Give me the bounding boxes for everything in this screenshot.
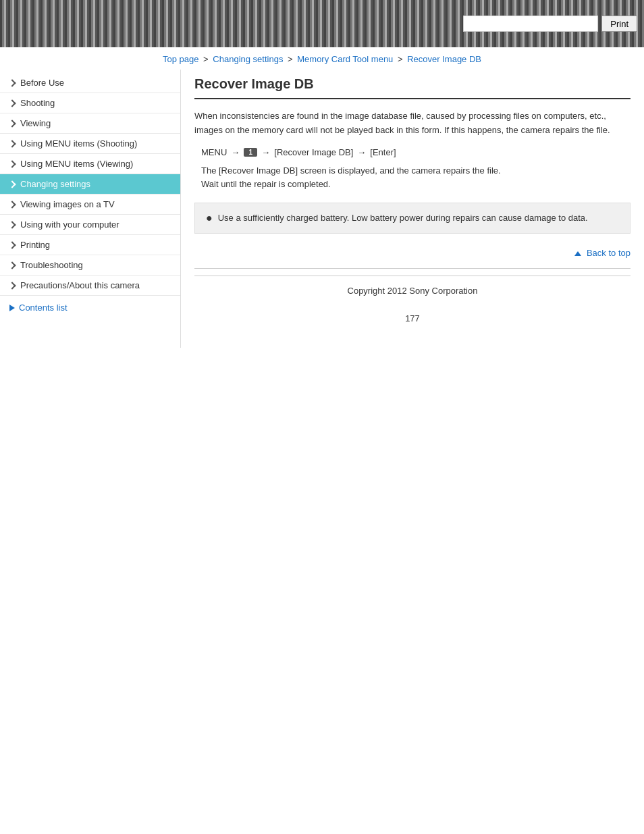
sidebar-item-label: Using with your computer <box>20 219 119 230</box>
page-number: 177 <box>194 303 630 334</box>
sidebar-item-label: Using MENU items (Viewing) <box>20 159 133 169</box>
arrow2: → <box>261 147 270 157</box>
step3-label: [Enter] <box>370 147 396 157</box>
breadcrumb: Top page > Changing settings > Memory Ca… <box>0 47 644 70</box>
breadcrumb-top-page[interactable]: Top page <box>163 54 199 64</box>
sidebar-item-troubleshooting[interactable]: Troubleshooting <box>0 255 180 276</box>
contents-list-link[interactable]: Contents list <box>0 296 180 319</box>
breadcrumb-sep2: > <box>288 54 293 64</box>
sidebar-item-viewing[interactable]: Viewing <box>0 113 180 134</box>
note-text: Use a sufficiently charged battery. Low … <box>218 211 588 225</box>
sidebar-item-label: Shooting <box>20 98 55 108</box>
sidebar-arrow-icon <box>8 140 16 147</box>
breadcrumb-sep3: > <box>398 54 403 64</box>
note-bullet: ● Use a sufficiently charged battery. Lo… <box>206 211 619 225</box>
main-content: Recover Image DB When inconsistencies ar… <box>181 70 644 348</box>
arrow3: → <box>357 147 366 157</box>
back-to-top-link[interactable]: Back to top <box>574 248 630 258</box>
main-description: When inconsistencies are found in the im… <box>194 109 630 138</box>
sidebar-item-label: Using MENU items (Shooting) <box>20 138 137 149</box>
arrow-right-icon <box>9 305 15 311</box>
menu-icon: 1 <box>244 148 257 157</box>
back-to-top-arrow-icon <box>574 251 581 256</box>
breadcrumb-recover-image-db[interactable]: Recover Image DB <box>407 54 481 64</box>
page-layout: Before Use Shooting Viewing Using MENU i… <box>0 70 644 348</box>
note-box: ● Use a sufficiently charged battery. Lo… <box>194 203 630 234</box>
breadcrumb-changing-settings[interactable]: Changing settings <box>213 54 283 64</box>
repair-line1: The [Recover Image DB] screen is display… <box>201 164 630 178</box>
copyright: Copyright 2012 Sony Corporation <box>194 276 630 303</box>
breadcrumb-memory-card-tool-menu[interactable]: Memory Card Tool menu <box>297 54 393 64</box>
sidebar-arrow-icon <box>8 160 16 167</box>
sidebar-item-label: Precautions/About this camera <box>20 280 140 290</box>
sidebar-item-label: Changing settings <box>20 179 90 189</box>
content-divider <box>194 268 630 269</box>
back-to-top-label: Back to top <box>587 248 630 258</box>
search-input[interactable] <box>463 16 598 32</box>
breadcrumb-sep1: > <box>203 54 209 64</box>
header: Print <box>0 0 644 47</box>
sidebar-arrow-icon <box>8 180 16 188</box>
sidebar-arrow-icon <box>8 221 16 228</box>
back-to-top: Back to top <box>194 244 630 261</box>
step2-label: [Recover Image DB] <box>274 147 353 157</box>
sidebar-item-viewing-images-tv[interactable]: Viewing images on a TV <box>0 194 180 215</box>
repair-description: The [Recover Image DB] screen is display… <box>194 164 630 192</box>
sidebar-item-label: Viewing <box>20 118 51 128</box>
sidebar-item-label: Troubleshooting <box>20 260 83 270</box>
sidebar-item-label: Before Use <box>20 78 64 88</box>
sidebar-arrow-icon <box>8 261 16 269</box>
print-button[interactable]: Print <box>601 16 637 32</box>
sidebar-item-label: Viewing images on a TV <box>20 199 115 209</box>
sidebar-item-before-use[interactable]: Before Use <box>0 73 180 93</box>
sidebar-arrow-icon <box>8 241 16 249</box>
menu-label: MENU <box>201 147 227 157</box>
repair-line2: Wait until the repair is completed. <box>201 178 630 192</box>
bullet-dot-icon: ● <box>206 211 213 224</box>
sidebar-item-using-with-computer[interactable]: Using with your computer <box>0 215 180 235</box>
arrow1: → <box>231 147 240 157</box>
page-title-bar: Recover Image DB <box>194 76 630 99</box>
sidebar: Before Use Shooting Viewing Using MENU i… <box>0 70 181 348</box>
sidebar-item-using-menu-viewing[interactable]: Using MENU items (Viewing) <box>0 154 180 174</box>
sidebar-item-label: Printing <box>20 240 50 250</box>
sidebar-item-changing-settings[interactable]: Changing settings <box>0 174 180 194</box>
sidebar-item-using-menu-shooting[interactable]: Using MENU items (Shooting) <box>0 134 180 154</box>
page-title: Recover Image DB <box>194 76 630 92</box>
menu-instruction: MENU → 1 → [Recover Image DB] → [Enter] <box>194 147 630 157</box>
sidebar-arrow-icon <box>8 282 16 289</box>
contents-list-label: Contents list <box>19 303 68 313</box>
sidebar-arrow-icon <box>8 99 16 107</box>
sidebar-arrow-icon <box>8 120 16 127</box>
sidebar-item-precautions[interactable]: Precautions/About this camera <box>0 276 180 296</box>
sidebar-item-shooting[interactable]: Shooting <box>0 93 180 113</box>
sidebar-item-printing[interactable]: Printing <box>0 235 180 255</box>
sidebar-arrow-icon <box>8 201 16 208</box>
sidebar-arrow-icon <box>8 79 16 86</box>
